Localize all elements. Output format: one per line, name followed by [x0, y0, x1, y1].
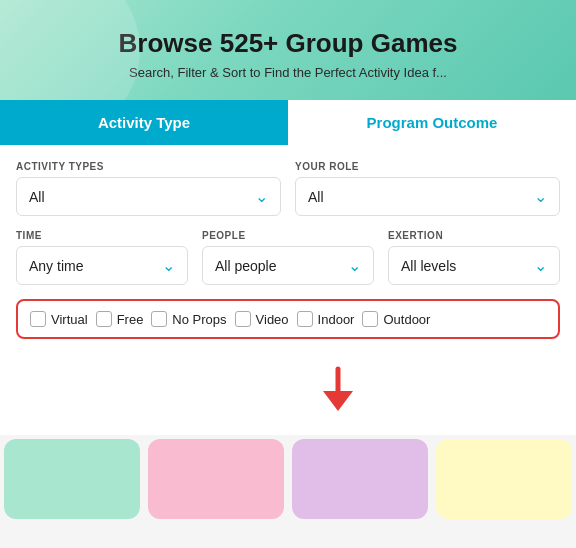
card-placeholder-2: [148, 439, 284, 519]
checkbox-free-label: Free: [117, 312, 144, 327]
checkbox-no-props[interactable]: No Props: [151, 311, 226, 327]
checkbox-virtual-box[interactable]: [30, 311, 46, 327]
filter-row-2: TIME Any time ⌄ PEOPLE All people ⌄ EXER…: [16, 230, 560, 285]
tab-program-outcome[interactable]: Program Outcome: [288, 100, 576, 145]
checkbox-no-props-label: No Props: [172, 312, 226, 327]
your-role-chevron-icon: ⌄: [534, 187, 547, 206]
hero-section: Browse 525+ Group Games Search, Filter &…: [0, 0, 576, 100]
activity-types-value: All: [29, 189, 45, 205]
exertion-chevron-icon: ⌄: [534, 256, 547, 275]
checkbox-video-label: Video: [256, 312, 289, 327]
activity-types-select[interactable]: All ⌄: [16, 177, 281, 216]
checkbox-no-props-box[interactable]: [151, 311, 167, 327]
hero-subtitle: Search, Filter & Sort to Find the Perfec…: [20, 65, 556, 80]
tabs-container: Activity Type Program Outcome: [0, 100, 576, 145]
checkbox-free[interactable]: Free: [96, 311, 144, 327]
checkbox-virtual[interactable]: Virtual: [30, 311, 88, 327]
people-value: All people: [215, 258, 277, 274]
exertion-group: EXERTION All levels ⌄: [388, 230, 560, 285]
time-value: Any time: [29, 258, 83, 274]
time-chevron-icon: ⌄: [162, 256, 175, 275]
checkbox-outdoor-label: Outdoor: [383, 312, 430, 327]
time-group: TIME Any time ⌄: [16, 230, 188, 285]
checkbox-free-box[interactable]: [96, 311, 112, 327]
checkbox-indoor-label: Indoor: [318, 312, 355, 327]
time-select[interactable]: Any time ⌄: [16, 246, 188, 285]
exertion-value: All levels: [401, 258, 456, 274]
checkbox-virtual-label: Virtual: [51, 312, 88, 327]
svg-marker-1: [323, 391, 353, 411]
your-role-value: All: [308, 189, 324, 205]
your-role-label: YOUR ROLE: [295, 161, 560, 172]
cards-row: [0, 435, 576, 523]
people-select[interactable]: All people ⌄: [202, 246, 374, 285]
people-label: PEOPLE: [202, 230, 374, 241]
card-placeholder-1: [4, 439, 140, 519]
red-arrow-icon: [313, 361, 363, 411]
checkbox-video-box[interactable]: [235, 311, 251, 327]
checkbox-indoor[interactable]: Indoor: [297, 311, 355, 327]
your-role-select[interactable]: All ⌄: [295, 177, 560, 216]
activity-types-group: ACTIVITY TYPES All ⌄: [16, 161, 281, 216]
tab-activity-type[interactable]: Activity Type: [0, 100, 288, 145]
filters-section: ACTIVITY TYPES All ⌄ YOUR ROLE All ⌄ TIM…: [0, 145, 576, 435]
checkboxes-row: Virtual Free No Props Video Indoor Outdo…: [16, 299, 560, 339]
arrow-container: [16, 353, 560, 423]
people-group: PEOPLE All people ⌄: [202, 230, 374, 285]
your-role-group: YOUR ROLE All ⌄: [295, 161, 560, 216]
exertion-label: EXERTION: [388, 230, 560, 241]
filter-row-1: ACTIVITY TYPES All ⌄ YOUR ROLE All ⌄: [16, 161, 560, 216]
checkbox-indoor-box[interactable]: [297, 311, 313, 327]
people-chevron-icon: ⌄: [348, 256, 361, 275]
card-placeholder-4: [436, 439, 572, 519]
checkbox-video[interactable]: Video: [235, 311, 289, 327]
time-label: TIME: [16, 230, 188, 241]
checkbox-outdoor[interactable]: Outdoor: [362, 311, 430, 327]
card-placeholder-3: [292, 439, 428, 519]
hero-title: Browse 525+ Group Games: [20, 28, 556, 59]
activity-types-label: ACTIVITY TYPES: [16, 161, 281, 172]
checkbox-outdoor-box[interactable]: [362, 311, 378, 327]
exertion-select[interactable]: All levels ⌄: [388, 246, 560, 285]
activity-types-chevron-icon: ⌄: [255, 187, 268, 206]
